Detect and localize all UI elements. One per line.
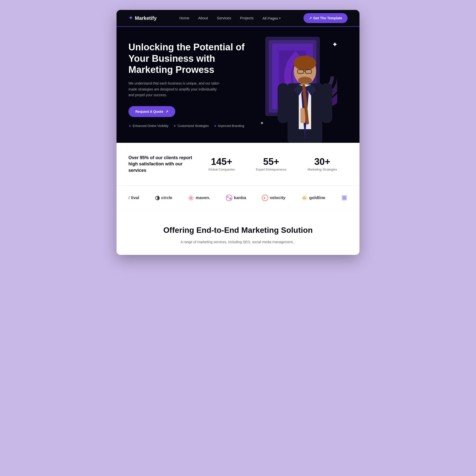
cta-label: Get The Template bbox=[313, 16, 342, 20]
request-quote-button[interactable]: Request A Quote ↗ bbox=[128, 106, 175, 117]
brand-maven-icon: 🌸 bbox=[188, 195, 194, 201]
stat-companies: 145+ Global Companies bbox=[208, 156, 235, 172]
brand-goldline-label: goldline bbox=[309, 195, 325, 200]
stat-label-entrepreneurs: Expert Entrepreneurs bbox=[256, 168, 287, 171]
brand-lival-icon: l bbox=[128, 196, 129, 200]
brand-lival-label: lival bbox=[131, 195, 139, 200]
brand-velocity: 9 velocity bbox=[262, 195, 285, 201]
nav-services[interactable]: Services bbox=[217, 16, 231, 20]
svg-point-14 bbox=[294, 56, 316, 70]
cta-icon: ↗ bbox=[309, 16, 312, 20]
brand-velocity-label: velocity bbox=[270, 195, 285, 200]
feature-branding: ✦ Improved Branding bbox=[214, 124, 244, 128]
browser-window: ✦ Marketify Home About Services Projects… bbox=[117, 10, 359, 255]
hero-cta-label: Request A Quote bbox=[135, 110, 163, 114]
feature-icon-2: ✦ bbox=[173, 124, 176, 128]
brand-last-icon bbox=[341, 195, 348, 201]
nav-all-pages-label: All Pages bbox=[262, 16, 278, 20]
stat-strategies: 30+ Marketing Strategies bbox=[307, 156, 337, 172]
svg-rect-31 bbox=[305, 197, 306, 199]
services-section: Offering End-to-End Marketing Solution A… bbox=[117, 210, 359, 255]
svg-rect-30 bbox=[304, 196, 305, 199]
stats-items: 145+ Global Companies 55+ Expert Entrepr… bbox=[198, 156, 348, 172]
stat-number-entrepreneurs: 55+ bbox=[256, 156, 287, 167]
hero-visual: ✦ ✦ bbox=[245, 27, 350, 143]
brand-goldline-icon bbox=[301, 195, 308, 201]
brand-lival: l lival bbox=[128, 195, 139, 200]
feature-strategies: ✦ Customized Strategies bbox=[173, 124, 209, 128]
nav-about[interactable]: About bbox=[198, 16, 208, 20]
feature-label-2: Customized Strategies bbox=[178, 124, 209, 128]
brand-last bbox=[341, 195, 348, 201]
svg-point-23 bbox=[226, 195, 232, 201]
logo: ✦ Marketify bbox=[128, 15, 157, 21]
brand-kanba: kanba bbox=[226, 195, 246, 201]
brand-kanba-label: kanba bbox=[234, 195, 246, 200]
svg-rect-19 bbox=[278, 83, 289, 123]
svg-point-25 bbox=[229, 198, 231, 200]
person-svg bbox=[273, 44, 337, 143]
logo-star-icon: ✦ bbox=[128, 15, 133, 21]
svg-point-24 bbox=[227, 196, 229, 198]
brands-bar: l lival ◑ circle 🌸 maven. kanba 9 bbox=[117, 186, 359, 210]
svg-text:9: 9 bbox=[264, 196, 265, 200]
feature-icon-1: ✦ bbox=[128, 124, 131, 128]
star-large-icon: ✦ bbox=[332, 40, 338, 49]
brand-maven: 🌸 maven. bbox=[188, 195, 210, 201]
stats-bar: Over 95% of our clients report high sati… bbox=[117, 143, 359, 186]
hero-cta-icon: ↗ bbox=[165, 110, 168, 114]
stat-number-companies: 145+ bbox=[208, 156, 235, 167]
nav-all-pages[interactable]: All Pages ▾ bbox=[262, 16, 280, 20]
hero-section: Unlocking the Potential of Your Business… bbox=[117, 27, 359, 143]
nav-links: Home About Services Projects All Pages ▾ bbox=[179, 16, 281, 20]
brand-kanba-icon bbox=[226, 195, 232, 201]
stats-headline: Over 95% of our clients report high sati… bbox=[128, 155, 198, 174]
services-subtitle: A range of marketing services, including… bbox=[176, 239, 300, 245]
hero-features: ✦ Enhanced Online Visibility ✦ Customize… bbox=[128, 124, 247, 128]
brand-circle-label: circle bbox=[161, 195, 172, 200]
stat-label-strategies: Marketing Strategies bbox=[307, 168, 337, 171]
hero-title: Unlocking the Potential of Your Business… bbox=[128, 42, 247, 76]
feature-label-3: Improved Branding bbox=[218, 124, 244, 128]
brand-velocity-icon: 9 bbox=[262, 195, 268, 201]
hero-subtitle: We understand that each business is uniq… bbox=[128, 81, 223, 98]
hero-person-image bbox=[273, 44, 337, 143]
stat-entrepreneurs: 55+ Expert Entrepreneurs bbox=[256, 156, 287, 172]
svg-rect-33 bbox=[343, 196, 346, 200]
get-template-button[interactable]: ↗ Get The Template bbox=[303, 13, 348, 23]
chevron-down-icon: ▾ bbox=[279, 17, 281, 20]
nav-projects[interactable]: Projects bbox=[240, 16, 253, 20]
brand-maven-label: maven. bbox=[196, 195, 210, 200]
navbar: ✦ Marketify Home About Services Projects… bbox=[117, 10, 359, 27]
svg-point-18 bbox=[298, 77, 312, 84]
brand-goldline: goldline bbox=[301, 195, 325, 201]
svg-rect-29 bbox=[303, 197, 304, 199]
stat-label-companies: Global Companies bbox=[208, 168, 235, 171]
hero-content: Unlocking the Potential of Your Business… bbox=[128, 42, 247, 128]
services-title: Offering End-to-End Marketing Solution bbox=[128, 225, 348, 236]
feature-label-1: Enhanced Online Visibility bbox=[133, 124, 168, 128]
logo-name: Marketify bbox=[135, 15, 157, 21]
nav-home[interactable]: Home bbox=[179, 16, 189, 20]
svg-rect-20 bbox=[321, 83, 332, 123]
stat-number-strategies: 30+ bbox=[307, 156, 337, 167]
brand-circle-icon: ◑ bbox=[155, 195, 160, 201]
feature-visibility: ✦ Enhanced Online Visibility bbox=[128, 124, 168, 128]
star-small-icon: ✦ bbox=[260, 121, 290, 125]
brand-circle: ◑ circle bbox=[155, 195, 172, 201]
feature-icon-3: ✦ bbox=[214, 124, 217, 128]
